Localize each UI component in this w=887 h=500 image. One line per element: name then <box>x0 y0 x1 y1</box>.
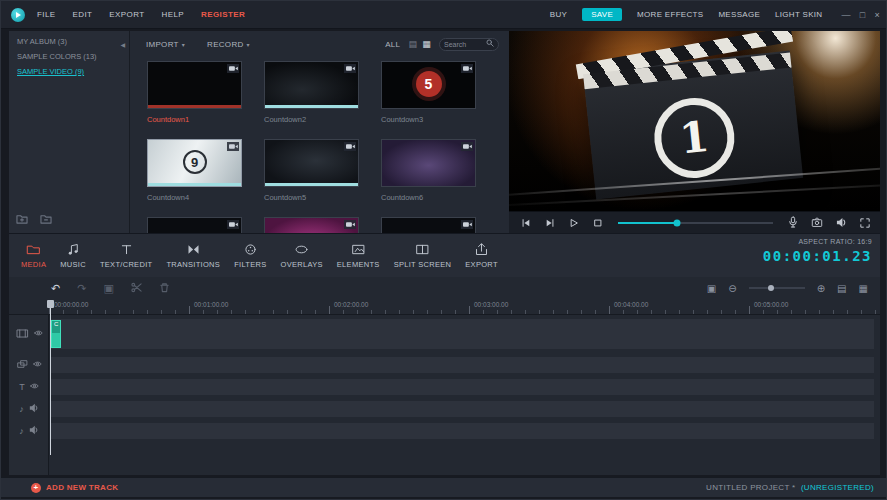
message-button[interactable]: MESSAGE <box>718 10 760 19</box>
thumbnail-countdown1[interactable] <box>147 61 242 109</box>
save-button[interactable]: SAVE <box>582 8 622 21</box>
mute-icon[interactable] <box>29 403 39 415</box>
video-track-icon[interactable] <box>16 328 29 341</box>
search-input[interactable] <box>444 41 486 48</box>
microphone-icon[interactable] <box>788 214 798 232</box>
next-frame-icon[interactable] <box>545 214 555 232</box>
play-icon[interactable] <box>569 214 579 232</box>
volume-icon[interactable] <box>836 214 847 232</box>
trash-icon[interactable] <box>159 282 170 295</box>
add-album-icon[interactable] <box>16 210 28 228</box>
search-box <box>439 38 499 51</box>
scrubber-knob[interactable] <box>673 219 680 226</box>
project-title: UNTITLED PROJECT * <box>706 483 795 492</box>
thumbnail-partial[interactable] <box>147 217 242 233</box>
audio-track-lane[interactable] <box>50 401 874 417</box>
light-skin-button[interactable]: LIGHT SKIN <box>775 10 822 19</box>
menu-export[interactable]: EXPORT <box>109 10 144 19</box>
thumbnail-countdown6[interactable] <box>381 139 476 187</box>
keyframe-grid-icon[interactable]: ▣ <box>103 282 113 295</box>
menu-edit[interactable]: EDIT <box>73 10 93 19</box>
zoom-slider-knob[interactable] <box>768 285 774 291</box>
thumbnail-partial[interactable] <box>264 217 359 233</box>
track-headers: T ♪ ♪ <box>9 315 49 475</box>
sidebar-item-sample-colors[interactable]: SAMPLE COLORS (13) <box>9 46 129 61</box>
add-new-track-button[interactable]: + ADD NEW TRACK <box>31 483 118 493</box>
zoom-slider[interactable] <box>749 287 805 289</box>
delete-album-icon[interactable] <box>40 210 52 228</box>
menu-help[interactable]: HELP <box>161 10 184 19</box>
eye-icon[interactable] <box>34 329 43 339</box>
playhead[interactable] <box>50 301 51 455</box>
thumbnail-label: Countdown3 <box>381 115 476 124</box>
tab-split-screen[interactable]: SPLIT SCREEN <box>394 242 452 269</box>
audio-track-icon[interactable]: ♪ <box>19 426 24 436</box>
eye-icon[interactable] <box>30 382 39 392</box>
tab-label: OVERLAYS <box>281 260 323 269</box>
tab-media[interactable]: MEDIA <box>21 242 46 269</box>
snapshot-camera-icon[interactable] <box>811 214 823 232</box>
sidebar-item-sample-video[interactable]: SAMPLE VIDEO (9) <box>9 61 129 76</box>
thumbnail-countdown5[interactable] <box>264 139 359 187</box>
thumbnail-label: Countdown2 <box>264 115 359 124</box>
tab-overlays[interactable]: OVERLAYS <box>281 242 323 269</box>
playback-scrubber[interactable] <box>618 222 773 224</box>
playhead-handle[interactable] <box>47 300 54 308</box>
app-logo-icon <box>11 8 25 22</box>
zoom-in-icon[interactable]: ⊕ <box>817 283 825 294</box>
close-button[interactable]: × <box>874 10 880 20</box>
filter-all-button[interactable]: ALL <box>385 40 400 49</box>
track-options-icon[interactable]: ▣ <box>707 283 716 294</box>
tab-label: MEDIA <box>21 260 46 269</box>
audio-track-lane-2[interactable] <box>50 423 874 439</box>
video-track-lane[interactable] <box>50 319 874 349</box>
eye-icon[interactable] <box>33 360 42 370</box>
pip-track-lane[interactable] <box>50 357 874 373</box>
countdown-number: 1 <box>678 115 711 160</box>
thumbnail-partial[interactable] <box>381 217 476 233</box>
audio-track-icon[interactable]: ♪ <box>19 404 24 414</box>
pip-track-icon[interactable] <box>17 359 28 371</box>
video-camera-icon <box>227 64 239 73</box>
minimize-button[interactable]: — <box>841 10 850 20</box>
video-camera-icon <box>344 142 356 151</box>
text-track-icon[interactable]: T <box>19 382 25 392</box>
list-view-icon[interactable]: ▤ <box>408 39 417 49</box>
countdown-number: 9 <box>183 150 207 174</box>
aspect-ratio-label: ASPECT RATIO: 16:9 <box>763 238 872 245</box>
record-button[interactable]: RECORD▾ <box>207 40 250 49</box>
menu-file[interactable]: FILE <box>37 10 56 19</box>
menu-register[interactable]: REGISTER <box>201 10 245 19</box>
tab-filters[interactable]: FILTERS <box>234 242 266 269</box>
mute-icon[interactable] <box>29 425 39 437</box>
layout-compact-icon[interactable]: ▤ <box>837 283 846 294</box>
tab-elements[interactable]: ELEMENTS <box>337 242 380 269</box>
tab-export[interactable]: EXPORT <box>465 242 498 269</box>
sidebar-item-my-album[interactable]: MY ALBUM (3) <box>9 31 129 46</box>
redo-icon[interactable]: ↷ <box>77 282 86 295</box>
timeline-ruler[interactable]: 00:00:00.00 00:01:00.00 00:02:00.00 00:0… <box>9 299 880 315</box>
more-effects-button[interactable]: MORE EFFECTS <box>637 10 703 19</box>
import-button[interactable]: IMPORT▾ <box>146 40 185 49</box>
buy-button[interactable]: BUY <box>550 10 567 19</box>
timeline-clip[interactable]: C <box>51 320 61 348</box>
sidebar-collapse-icon[interactable]: ◀ <box>120 41 125 48</box>
tab-music[interactable]: MUSIC <box>60 242 86 269</box>
fullscreen-icon[interactable] <box>860 214 870 232</box>
layout-expanded-icon[interactable]: ▦ <box>859 283 868 294</box>
thumbnail-countdown2[interactable] <box>264 61 359 109</box>
text-track-lane[interactable] <box>50 379 874 395</box>
tab-transitions[interactable]: TRANSITIONS <box>166 242 220 269</box>
previous-frame-icon[interactable] <box>521 214 531 232</box>
undo-icon[interactable]: ↶ <box>51 282 60 295</box>
tab-text-credit[interactable]: TEXT/CREDIT <box>100 242 152 269</box>
tab-label: TRANSITIONS <box>166 260 220 269</box>
thumbnail-countdown3[interactable]: 5 <box>381 61 476 109</box>
scissors-icon[interactable] <box>131 282 142 295</box>
maximize-button[interactable]: □ <box>860 10 866 20</box>
stop-icon[interactable] <box>593 214 603 232</box>
thumbnail-countdown4[interactable]: 9 <box>147 139 242 187</box>
countdown-number: 5 <box>416 71 442 97</box>
grid-view-icon[interactable]: ▦ <box>422 39 431 49</box>
zoom-out-icon[interactable]: ⊖ <box>728 283 736 294</box>
